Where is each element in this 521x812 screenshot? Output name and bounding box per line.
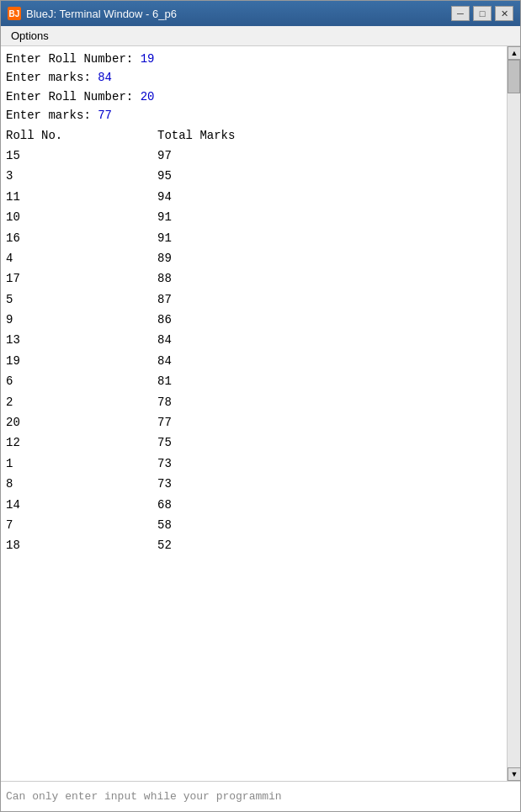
status-text: Can only enter input while your programm…: [6, 790, 282, 803]
table-row: 2077: [6, 412, 258, 433]
table-row: 873: [6, 474, 258, 494]
table-row: 986: [6, 310, 258, 330]
results-table: Roll No. Total Marks 1597395119410911691…: [6, 125, 258, 556]
table-cell-roll: 19: [6, 351, 157, 371]
table-cell-roll: 7: [6, 515, 157, 535]
scrollbar[interactable]: ▲ ▼: [507, 46, 520, 781]
table-cell-marks: 75: [157, 433, 258, 453]
scroll-down-button[interactable]: ▼: [508, 767, 520, 781]
table-cell-roll: 13: [6, 330, 157, 350]
maximize-button[interactable]: □: [473, 6, 492, 21]
table-cell-marks: 58: [157, 515, 258, 535]
table-cell-roll: 4: [6, 248, 157, 268]
table-row: 681: [6, 371, 258, 391]
input-line-4: Enter marks: 77: [6, 106, 502, 125]
table-cell-marks: 68: [157, 495, 258, 515]
table-row: 1597: [6, 146, 258, 166]
title-bar: BJ BlueJ: Terminal Window - 6_p6 ─ □ ✕: [1, 1, 520, 26]
table-header-roll: Roll No.: [6, 125, 157, 146]
table-row: 1788: [6, 268, 258, 289]
table-cell-marks: 52: [157, 535, 258, 555]
table-cell-roll: 10: [6, 207, 157, 227]
table-cell-roll: 18: [6, 535, 157, 555]
roll-label-1: Enter Roll Number:: [6, 52, 141, 66]
input-line-2: Enter marks: 84: [6, 68, 502, 87]
table-cell-marks: 88: [157, 268, 258, 289]
window-title: BlueJ: Terminal Window - 6_p6: [26, 8, 451, 20]
table-header-marks: Total Marks: [157, 125, 258, 146]
marks-value-1: 84: [98, 71, 112, 84]
table-cell-marks: 81: [157, 371, 258, 391]
table-row: 1275: [6, 433, 258, 453]
table-row: 1194: [6, 187, 258, 207]
table-cell-roll: 6: [6, 371, 157, 391]
table-cell-roll: 1: [6, 454, 157, 474]
table-cell-roll: 12: [6, 433, 157, 453]
terminal-area: Enter Roll Number: 19 Enter marks: 84 En…: [1, 46, 520, 781]
table-row: 173: [6, 454, 258, 474]
table-cell-roll: 3: [6, 166, 157, 186]
table-row: 278: [6, 392, 258, 412]
terminal-content: Enter Roll Number: 19 Enter marks: 84 En…: [1, 46, 507, 781]
table-cell-marks: 84: [157, 351, 258, 371]
table-cell-roll: 8: [6, 474, 157, 494]
table-cell-roll: 16: [6, 228, 157, 248]
menu-bar: Options: [1, 26, 520, 46]
table-cell-roll: 11: [6, 187, 157, 207]
table-cell-roll: 5: [6, 289, 157, 310]
table-cell-marks: 78: [157, 392, 258, 412]
table-cell-roll: 9: [6, 310, 157, 330]
table-cell-marks: 84: [157, 330, 258, 350]
table-row: 489: [6, 248, 258, 268]
scrollbar-thumb[interactable]: [508, 60, 520, 93]
table-row: 1691: [6, 228, 258, 248]
table-row: 1384: [6, 330, 258, 350]
terminal-window: BJ BlueJ: Terminal Window - 6_p6 ─ □ ✕ O…: [0, 0, 521, 812]
table-row: 587: [6, 289, 258, 310]
table-cell-roll: 20: [6, 412, 157, 433]
table-cell-roll: 2: [6, 392, 157, 412]
table-row: 395: [6, 166, 258, 186]
app-icon: BJ: [8, 7, 21, 20]
roll-label-2: Enter Roll Number:: [6, 90, 141, 103]
table-cell-marks: 95: [157, 166, 258, 186]
table-cell-marks: 89: [157, 248, 258, 268]
window-controls: ─ □ ✕: [451, 6, 513, 21]
table-row: 758: [6, 515, 258, 535]
scroll-up-button[interactable]: ▲: [508, 46, 520, 60]
table-cell-marks: 73: [157, 454, 258, 474]
marks-label-2: Enter marks:: [6, 109, 98, 122]
table-cell-marks: 91: [157, 228, 258, 248]
marks-label-1: Enter marks:: [6, 71, 98, 84]
table-row: 1852: [6, 535, 258, 555]
table-row: 1091: [6, 207, 258, 227]
table-cell-roll: 14: [6, 495, 157, 515]
roll-value-2: 20: [141, 90, 155, 103]
table-cell-marks: 87: [157, 289, 258, 310]
status-bar: Can only enter input while your programm…: [1, 781, 520, 811]
table-cell-marks: 97: [157, 146, 258, 166]
input-line-1: Enter Roll Number: 19: [6, 50, 502, 68]
table-cell-marks: 86: [157, 310, 258, 330]
roll-value-1: 19: [141, 52, 155, 66]
table-cell-marks: 73: [157, 474, 258, 494]
close-button[interactable]: ✕: [495, 6, 513, 21]
input-line-3: Enter Roll Number: 20: [6, 88, 502, 106]
scrollbar-track[interactable]: [508, 60, 520, 767]
table-cell-roll: 15: [6, 146, 157, 166]
minimize-button[interactable]: ─: [451, 6, 470, 21]
table-row: 1468: [6, 495, 258, 515]
table-row: 1984: [6, 351, 258, 371]
table-cell-marks: 77: [157, 412, 258, 433]
table-cell-marks: 94: [157, 187, 258, 207]
table-cell-marks: 91: [157, 207, 258, 227]
marks-value-2: 77: [98, 109, 112, 122]
menu-item-options[interactable]: Options: [4, 28, 56, 44]
table-cell-roll: 17: [6, 268, 157, 289]
